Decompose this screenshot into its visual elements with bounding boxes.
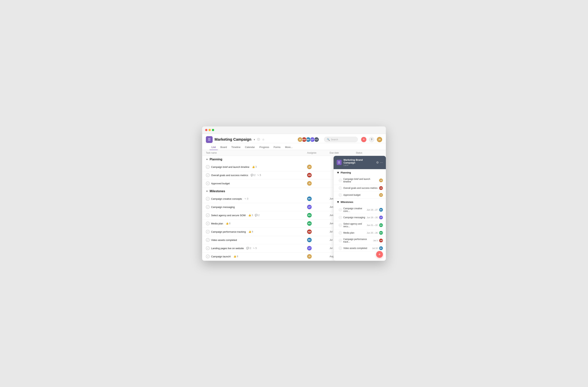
current-user-avatar[interactable]: JD — [377, 137, 382, 142]
assignee-avatar: JD — [307, 165, 312, 169]
close-button[interactable] — [205, 129, 207, 131]
task-name-cell: ✓ Campaign performance tracking 👍 8 — [206, 230, 307, 233]
panel-check-icon[interactable]: ✓ — [339, 208, 342, 211]
task-name: Overall goals and success metrics — [211, 174, 248, 177]
panel-check-icon[interactable]: ✓ — [339, 247, 342, 250]
tab-calendar[interactable]: Calendar — [243, 145, 257, 150]
panel-check-icon[interactable]: ✓ — [339, 179, 342, 182]
titlebar — [202, 126, 386, 134]
assignee-cell: BK — [307, 238, 330, 242]
thumb-count: 👍 3 — [252, 166, 257, 168]
panel-planning-header[interactable]: ▼ Planning — [334, 169, 386, 176]
assignee-cell: JD — [307, 254, 330, 259]
task-name: Campaign messaging — [211, 206, 235, 209]
minimize-button[interactable] — [209, 129, 211, 131]
main-window: ☰ Marketing Campaign ▾ ⓘ ☆ JD AM BK LP +… — [202, 126, 386, 261]
panel-check-icon[interactable]: ✓ — [339, 224, 342, 227]
panel-subtitle: List ▾ — [343, 164, 374, 167]
chevron-down-icon: ▼ — [336, 171, 339, 174]
panel-header: ☰ Marketing Brand Campaign List ▾ ⚙ ⋯ — [334, 156, 386, 169]
assignee-avatar: LP — [307, 205, 312, 209]
task-check-icon[interactable]: ✓ — [206, 238, 210, 242]
tab-forms[interactable]: Forms — [272, 145, 282, 150]
col-assignee: Assignee — [307, 152, 330, 154]
panel-title: Marketing Brand Campaign — [343, 158, 374, 164]
subtask-count: ⤷ 3 — [245, 197, 248, 200]
task-meta: 💬 2 ⤷ 5 — [246, 247, 257, 250]
floating-add-button[interactable]: + — [376, 251, 383, 258]
assignee-avatar: MG — [307, 221, 312, 226]
panel-check-icon[interactable]: ✓ — [339, 187, 342, 190]
panel-task-name: Campaign creative conc... — [343, 207, 365, 213]
section-milestones-title: Milestones — [210, 190, 225, 193]
comment-count: 💬 2 — [251, 174, 255, 176]
task-check-icon[interactable]: ✓ — [206, 246, 210, 250]
task-check-icon[interactable]: ✓ — [206, 205, 210, 209]
panel-assignee-avatar: BK — [379, 208, 383, 212]
assignee-avatar: BK — [307, 238, 312, 242]
app-header: ☰ Marketing Campaign ▾ ⓘ ☆ JD AM BK LP +… — [202, 134, 386, 143]
panel-more-button[interactable]: ⋯ — [380, 161, 383, 164]
tab-timeline[interactable]: Timeline — [230, 145, 242, 150]
panel-task-date: Jul 3 — [373, 239, 378, 242]
app-icon: ☰ — [206, 136, 213, 143]
tab-board[interactable]: Board — [218, 145, 229, 150]
dropdown-button[interactable]: ▾ — [253, 137, 256, 142]
assignee-avatar: MG — [307, 213, 312, 217]
panel-check-icon[interactable]: ✓ — [339, 239, 342, 242]
task-name: Campaign creative concepts — [211, 197, 242, 200]
task-check-icon[interactable]: ✓ — [206, 197, 210, 201]
panel-milestones-header[interactable]: ▼ Milestones — [334, 198, 386, 206]
panel-task-date: Jun 19 – 27 — [367, 209, 378, 211]
task-check-icon[interactable]: ✓ — [206, 173, 210, 177]
task-check-icon[interactable]: ✓ — [206, 230, 210, 233]
tab-list[interactable]: List — [210, 145, 218, 150]
assignee-cell: BK — [307, 196, 330, 201]
panel-assignee-avatar: AM — [379, 186, 383, 190]
avatar-group: JD AM BK LP +2 — [298, 137, 319, 142]
content-area: ▼ Planning ✓ Campaign brief and launch t… — [202, 156, 386, 261]
table-header: Task name Assignee Due date Status — [202, 150, 386, 156]
help-button[interactable]: ? — [369, 137, 374, 142]
task-meta: 👍 8 — [249, 231, 253, 233]
panel-task-date: Jun 18 – 20 — [367, 216, 378, 219]
list-item: ✓ Campaign performance track... Jul 3 AM — [334, 236, 386, 245]
avatar-1[interactable]: JD — [297, 137, 303, 142]
info-button[interactable]: ⓘ — [256, 137, 261, 142]
panel-filter-button[interactable]: ⚙ — [376, 161, 379, 164]
panel-task-date: Jun 25 – 26 — [367, 232, 378, 234]
tab-more[interactable]: More... — [283, 145, 294, 150]
panel-task-name: Video assets completed — [343, 247, 371, 250]
task-name: Campaign launch! — [211, 255, 231, 258]
task-name-cell: ✓ Select agency and secure SOW 👍 3 💬 2 — [206, 213, 307, 217]
assignee-avatar: AM — [307, 173, 312, 177]
assignee-cell: AM — [307, 230, 330, 234]
panel-title-section: Marketing Brand Campaign List ▾ — [343, 158, 374, 167]
star-button[interactable]: ☆ — [261, 137, 265, 142]
panel-task-date: Jun 21 – 22 — [367, 224, 378, 226]
panel-task-name: Select agency and secu... — [343, 223, 365, 228]
list-item: ✓ Campaign creative conc... Jun 19 – 27 … — [334, 206, 386, 214]
panel-task-name: Media plan — [343, 232, 365, 234]
task-meta: ⤷ 3 — [245, 197, 248, 200]
search-bar[interactable]: 🔍 Search — [324, 137, 358, 142]
task-check-icon[interactable]: ✓ — [206, 222, 210, 225]
list-item: ✓ Campaign brief and launch timeline JD — [334, 176, 386, 185]
list-item: ✓ Video assets completed Jul 10 BK — [334, 245, 386, 252]
list-item: ✓ Select agency and secu... Jun 21 – 22 … — [334, 221, 386, 230]
thumb-count: 👍 8 — [226, 222, 231, 225]
task-check-icon[interactable]: ✓ — [206, 254, 210, 258]
panel-assignee-avatar: JD — [379, 193, 383, 197]
panel-check-icon[interactable]: ✓ — [339, 194, 342, 196]
task-check-icon[interactable]: ✓ — [206, 181, 210, 185]
tab-progress[interactable]: Progress — [257, 145, 271, 150]
panel-check-icon[interactable]: ✓ — [339, 231, 342, 234]
add-button[interactable]: + — [361, 137, 366, 142]
project-name: Marketing Campaign — [214, 137, 252, 142]
assignee-avatar: JD — [307, 254, 312, 259]
task-check-icon[interactable]: ✓ — [206, 213, 210, 217]
maximize-button[interactable] — [212, 129, 214, 131]
panel-check-icon[interactable]: ✓ — [339, 216, 342, 219]
panel-planning-title: Planning — [341, 171, 351, 174]
task-check-icon[interactable]: ✓ — [206, 165, 210, 169]
